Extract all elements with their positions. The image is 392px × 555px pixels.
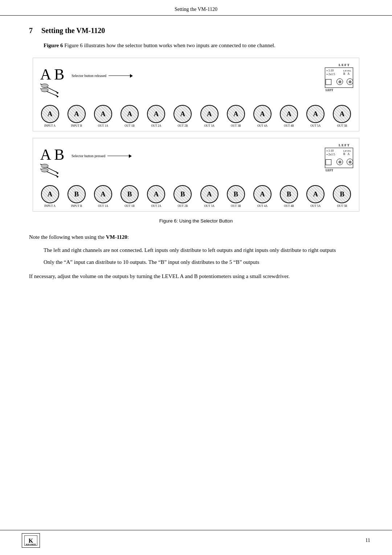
connector-item: BOUT 5B <box>329 185 355 208</box>
diag1-panel-square <box>326 79 331 85</box>
connector-item: AOUT 5A <box>302 185 329 208</box>
diagram1: A B <box>33 58 359 131</box>
diag2-panel-circles: ⊕ ⊕ <box>336 159 353 165</box>
connector-circle: A <box>147 185 165 203</box>
diag2-level-b: B <box>343 152 345 156</box>
connector-label: OUT 1B <box>124 204 135 208</box>
connector-label: OUT 3A <box>204 124 215 127</box>
diag1-level-b: B <box>343 72 345 76</box>
section-number: 7 <box>29 26 33 35</box>
connector-label: OUT 5A <box>310 124 320 127</box>
connector-circle: A <box>94 185 112 203</box>
connector-circle: A <box>253 105 271 123</box>
page-footer: K KRAMER 11 <box>0 530 392 548</box>
diag2-panel-box: ▪ 1:10 ▪ 2x1:5 LEVEL B A <box>325 148 353 168</box>
connector-circle: B <box>333 185 351 203</box>
connector-circle: B <box>121 185 139 203</box>
connector-item: AOUT 5A <box>302 105 329 127</box>
connector-label: OUT 3B <box>231 204 241 208</box>
connector-label: OUT 2B <box>178 204 188 208</box>
connector-item: AOUT 4A <box>249 105 275 127</box>
section-title: Setting the VM-1120 <box>41 26 105 35</box>
connector-item: AINPUT B <box>63 105 90 127</box>
connector-circle: A <box>94 105 112 123</box>
connector-label: OUT 4B <box>284 204 294 208</box>
connector-circle: A <box>227 105 245 123</box>
diag2-panel: LEFT ▪ 1:10 ▪ 2x1:5 LEVEL B A <box>325 143 353 172</box>
kramer-logo: K KRAMER <box>22 533 40 548</box>
note-colon: : <box>127 234 129 240</box>
diag2-cables-svg <box>37 162 69 182</box>
diag1-connectors-row: AINPUT AAINPUT BAOUT 1AAOUT 1BAOUT 2AAOU… <box>37 105 355 127</box>
intro-paragraph: Figure 6 Figure 6 illustrates how the se… <box>44 42 275 48</box>
diag1-top: A B <box>37 63 355 102</box>
connector-circle: A <box>121 105 139 123</box>
diag1-panel: LEFT ▪ 1:10 ▪ 2x1:5 LEVEL B A <box>325 63 353 92</box>
connector-circle: A <box>173 105 192 123</box>
connector-circle: B <box>68 185 86 203</box>
connector-label: OUT 1A <box>98 124 108 127</box>
diag1-arrow-row: Selector button released <box>72 73 321 78</box>
diag2-panel-label: LEFT <box>339 143 350 147</box>
connector-item: AOUT 1A <box>90 185 116 208</box>
note-intro-paragraph: Note the following when using the VM-112… <box>29 233 363 241</box>
connector-label: OUT 3A <box>204 204 215 208</box>
connector-item: AINPUT A <box>37 105 63 127</box>
diag1-panel-circles: ⊕ ⊕ <box>336 78 353 85</box>
diag2-knob-b: ⊕ <box>336 159 343 165</box>
svg-text:K: K <box>29 538 33 544</box>
connector-item: BOUT 2B <box>170 185 196 208</box>
diag2-arrow-label: Selector button pressed <box>72 154 105 158</box>
svg-rect-15 <box>41 170 48 171</box>
connector-label: OUT 4B <box>284 124 294 127</box>
connector-item: AOUT 1A <box>90 105 116 127</box>
connector-item: AOUT 3A <box>196 105 222 127</box>
connector-item: AOUT 2A <box>143 185 170 208</box>
connector-label: OUT 5B <box>337 204 347 208</box>
diag2-level-a: A <box>347 152 350 156</box>
connector-label: OUT 4A <box>257 124 268 127</box>
connector-item: AOUT 4A <box>249 185 275 208</box>
connector-item: AINPUT A <box>37 185 63 208</box>
connector-circle: A <box>147 105 165 123</box>
connector-item: AOUT 4B <box>276 105 302 127</box>
diag1-knob-a: ⊕ <box>347 78 353 85</box>
diag1-arrow-label: Selector button released <box>72 74 106 78</box>
note-intro-text: Note the following when using the <box>29 234 106 240</box>
svg-rect-13 <box>41 165 48 167</box>
connector-item: AOUT 2A <box>143 105 170 127</box>
section-heading: 7 Setting the VM-1120 <box>29 26 363 35</box>
diag1-cables-svg <box>37 82 69 102</box>
diag2-arrow-row: Selector button pressed <box>72 154 321 158</box>
diag2-panel-square <box>326 159 331 165</box>
connector-circle: A <box>306 105 324 123</box>
connector-label: OUT 2A <box>151 124 161 127</box>
connector-label: OUT 2A <box>151 204 161 208</box>
connector-circle: A <box>41 105 59 123</box>
diag1-ratio1: ▪ 1:10 ▪ 2x1:5 <box>327 69 335 76</box>
connector-item: BOUT 4B <box>276 185 302 208</box>
diag1-level-a: A <box>347 72 350 76</box>
connector-circle: A <box>333 105 351 123</box>
connector-circle: A <box>68 105 86 123</box>
svg-marker-9 <box>56 171 58 174</box>
intro-text: Figure 6 Figure 6 illustrates how the se… <box>44 41 363 50</box>
connector-circle: B <box>227 185 245 203</box>
connector-circle: A <box>306 185 324 203</box>
connector-circle: A <box>253 185 271 203</box>
diag1-arrow <box>109 73 130 78</box>
diag1-panel-box: ▪ 1:10 ▪ 2x1:5 LEVEL B A <box>325 68 353 88</box>
diag2-letter-a: A <box>40 147 51 162</box>
diag1-level-label: LEVEL <box>343 69 351 72</box>
figure-caption: Figure 6: Using the Selector Button <box>159 218 233 224</box>
diag1-left-label: LEFT <box>326 89 333 92</box>
connector-label: OUT 5B <box>337 124 347 127</box>
svg-marker-1 <box>56 91 58 94</box>
connector-item: AOUT 5B <box>329 105 355 127</box>
diag1-panel-label: LEFT <box>339 63 350 67</box>
note-bold-text: VM-1120 <box>106 234 127 240</box>
diag1-knob-b: ⊕ <box>336 78 343 85</box>
page-content: 7 Setting the VM-1120 Figure 6 Figure 6 … <box>0 16 392 307</box>
diagram2: A B Selec <box>33 138 359 212</box>
diag2-ratio1: ▪ 1:10 ▪ 2x1:5 <box>327 149 335 156</box>
